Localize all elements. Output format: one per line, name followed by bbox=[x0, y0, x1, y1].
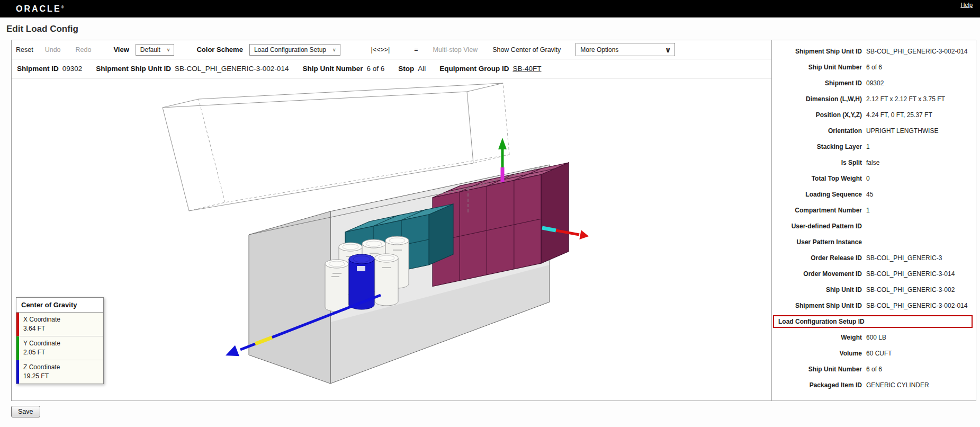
cog-axis-label: Y Coordinate bbox=[23, 340, 99, 347]
load-details-panel: Shipment Ship Unit ID SB-COL_PHI_GENERIC… bbox=[771, 40, 976, 401]
equals-control[interactable]: = bbox=[414, 46, 418, 54]
detail-label: Stacking Layer bbox=[772, 143, 866, 150]
detail-label: Total Top Weight bbox=[772, 175, 866, 182]
detail-row: Ship Unit ID SB-COL_PHI_GENERIC-3-002 bbox=[772, 282, 976, 298]
detail-value: 6 of 6 bbox=[866, 366, 976, 373]
info-label: Stop bbox=[398, 65, 414, 73]
detail-value: 4.24 FT, 0 FT, 25.37 FT bbox=[866, 111, 976, 119]
detail-label: Ship Unit Number bbox=[772, 64, 866, 71]
detail-label: Shipment Ship Unit ID bbox=[772, 48, 866, 55]
step-navigation-buttons[interactable]: |<<>>| bbox=[371, 46, 390, 54]
detail-row: User-defined Pattern ID bbox=[772, 218, 976, 234]
detail-row: Order Movement ID SB-COL_PHI_GENERIC-3-0… bbox=[772, 266, 976, 282]
oracle-logo: ORACLE® bbox=[16, 4, 64, 14]
cog-axis-label: Z Coordinate bbox=[23, 363, 99, 371]
cog-axis-value: 2.05 FT bbox=[23, 349, 99, 356]
detail-row: Dimension (L,W,H) 2.12 FT x 2.12 FT x 3.… bbox=[772, 91, 976, 107]
detail-value: 6 of 6 bbox=[866, 64, 976, 71]
detail-value: false bbox=[866, 159, 976, 166]
page-title: Edit Load Config bbox=[0, 17, 980, 40]
detail-value: 2.12 FT x 2.12 FT x 3.75 FT bbox=[866, 95, 976, 103]
detail-label: User Pattern Instance bbox=[772, 238, 866, 246]
detail-row: Shipment ID 09302 bbox=[772, 75, 976, 91]
detail-row: Stacking Layer 1 bbox=[772, 139, 976, 155]
detail-row: Packaged Item ID GENERIC CYLINDER bbox=[772, 377, 976, 393]
detail-label: Packaged Item ID bbox=[772, 381, 866, 389]
detail-label: Load Configuration Setup ID bbox=[774, 318, 869, 325]
cog-axis-value: 3.64 FT bbox=[23, 325, 99, 332]
info-label: Equipment Group ID bbox=[439, 65, 509, 73]
detail-row: Order Release ID SB-COL_PHI_GENERIC-3 bbox=[772, 250, 976, 266]
info-value: SB-COL_PHI_GENERIC-3-002-014 bbox=[175, 65, 289, 73]
detail-row: Loading Sequence 45 bbox=[772, 186, 976, 202]
info-value: SB-40FT bbox=[513, 65, 541, 73]
detail-row: Shipment Ship Unit ID SB-COL_PHI_GENERIC… bbox=[772, 43, 976, 59]
detail-row: Ship Unit Number 6 of 6 bbox=[772, 361, 976, 377]
more-options-select[interactable]: More Options ∨ bbox=[576, 43, 675, 56]
cog-row: Y Coordinate 2.05 FT bbox=[16, 336, 103, 360]
view-select[interactable]: Default ∨ bbox=[136, 44, 175, 56]
reset-button[interactable]: Reset bbox=[16, 46, 33, 54]
cylinder-label bbox=[357, 266, 365, 271]
detail-row: User Pattern Instance bbox=[772, 234, 976, 250]
detail-value: 600 LB bbox=[866, 334, 976, 341]
detail-row: Ship Unit Number 6 of 6 bbox=[772, 59, 976, 75]
center-of-gravity-panel: Center of Gravity X Coordinate 3.64 FT Y… bbox=[16, 297, 104, 384]
detail-value: 45 bbox=[866, 191, 976, 198]
detail-label: Is Split bbox=[772, 159, 866, 166]
info-pair: Equipment Group ID SB-40FT bbox=[439, 65, 541, 73]
viewer-toolbar: Reset Undo Redo View Default ∨ Color Sch… bbox=[12, 40, 771, 59]
load-3d-viewport[interactable] bbox=[12, 78, 771, 401]
color-scheme-label: Color Scheme bbox=[196, 46, 242, 54]
info-pair: Shipment Ship Unit ID SB-COL_PHI_GENERIC… bbox=[96, 65, 289, 73]
chevron-down-icon: ∨ bbox=[332, 47, 336, 52]
detail-label: Order Release ID bbox=[772, 254, 866, 262]
detail-row: Load Configuration Setup ID bbox=[773, 315, 973, 328]
registered-mark: ® bbox=[61, 5, 64, 8]
detail-row: Compartment Number 1 bbox=[772, 202, 976, 218]
color-scheme-select[interactable]: Load Configuration Setup ∨ bbox=[249, 44, 340, 56]
view-select-value: Default bbox=[140, 46, 160, 54]
top-bar: ORACLE® Help bbox=[0, 0, 980, 17]
viewer-column: Reset Undo Redo View Default ∨ Color Sch… bbox=[12, 40, 771, 401]
shipment-info-bar: Shipment ID 09302 Shipment Ship Unit ID … bbox=[12, 59, 771, 78]
info-value: 09302 bbox=[62, 65, 83, 73]
detail-label: Shipment Ship Unit ID bbox=[772, 302, 866, 309]
redo-button[interactable]: Redo bbox=[76, 46, 92, 54]
undo-button[interactable]: Undo bbox=[45, 46, 61, 54]
detail-value: SB-COL_PHI_GENERIC-3-002 bbox=[866, 286, 976, 293]
info-label: Shipment ID bbox=[17, 65, 59, 73]
detail-value: 1 bbox=[866, 143, 976, 150]
detail-row: Total Top Weight 0 bbox=[772, 171, 976, 186]
load-3d-canvas[interactable]: Center of Gravity X Coordinate 3.64 FT Y… bbox=[12, 78, 771, 401]
detail-label: Shipment ID bbox=[772, 79, 866, 87]
detail-label: Ship Unit ID bbox=[772, 286, 866, 293]
detail-label: Volume bbox=[772, 350, 866, 357]
chevron-down-icon: ∨ bbox=[167, 47, 170, 52]
info-label: Shipment Ship Unit ID bbox=[96, 65, 171, 73]
detail-label: Dimension (L,W,H) bbox=[772, 95, 866, 103]
chevron-down-icon: ∨ bbox=[665, 46, 671, 54]
cog-row: Z Coordinate 19.25 FT bbox=[16, 360, 103, 384]
info-label: Ship Unit Number bbox=[302, 65, 363, 73]
more-options-value: More Options bbox=[580, 46, 618, 54]
detail-row: Orientation UPRIGHT LENGTHWISE bbox=[772, 123, 976, 139]
info-value: All bbox=[418, 65, 426, 73]
detail-row: Is Split false bbox=[772, 155, 976, 171]
load-config-frame: Reset Undo Redo View Default ∨ Color Sch… bbox=[11, 40, 976, 401]
cog-rows: X Coordinate 3.64 FT Y Coordinate 2.05 F… bbox=[16, 313, 103, 384]
detail-value: SB-COL_PHI_GENERIC-3 bbox=[866, 254, 976, 262]
detail-label: Weight bbox=[772, 334, 866, 341]
detail-value: SB-COL_PHI_GENERIC-3-002-014 bbox=[866, 302, 976, 309]
save-button[interactable]: Save bbox=[11, 406, 40, 417]
detail-label: Ship Unit Number bbox=[772, 366, 866, 373]
info-value: 6 of 6 bbox=[366, 65, 384, 73]
detail-label: Orientation bbox=[772, 127, 866, 135]
multi-stop-view-button[interactable]: Multi-stop View bbox=[433, 46, 478, 54]
help-link[interactable]: Help bbox=[960, 2, 973, 8]
cog-axis-value: 19.25 FT bbox=[23, 372, 99, 380]
color-scheme-select-value: Load Configuration Setup bbox=[254, 46, 326, 54]
detail-label: User-defined Pattern ID bbox=[772, 223, 866, 230]
show-center-of-gravity-button[interactable]: Show Center of Gravity bbox=[492, 46, 561, 54]
detail-row: Shipment Ship Unit ID SB-COL_PHI_GENERIC… bbox=[772, 298, 976, 314]
